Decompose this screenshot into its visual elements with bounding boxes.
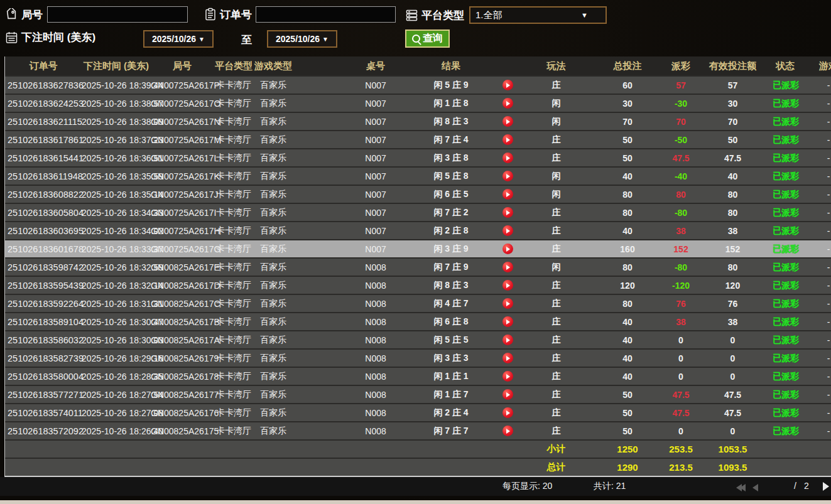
cell-valid-bet: 47.5 [693,408,773,418]
replay-play-icon[interactable] [502,171,513,181]
cell-round: GN00825A2617B [151,317,214,327]
subtotal-payout: 253.5 [669,444,693,454]
cell-total-bet: 40 [586,317,669,327]
cell-time: 2025-10-26 18:27:54 [82,390,151,400]
table-row[interactable]: 2510261836278362025-10-26 18:39:44GN0072… [5,75,831,94]
cell-payout: 0 [669,353,693,363]
cell-time: 2025-10-26 18:31:31 [82,299,151,309]
table-row[interactable]: 2510261835922642025-10-26 18:31:31GN0082… [5,294,831,312]
cell-order: 251026183611948 [5,171,82,181]
cell-payout: 38 [669,226,693,236]
table-row[interactable]: 2510261836242532025-10-26 18:38:57GN0072… [5,94,831,112]
replay-play-icon[interactable] [502,298,513,309]
table-row[interactable]: 2510261836058042025-10-26 18:34:33GN0072… [5,203,831,221]
replay-play-icon[interactable] [502,389,513,400]
cell-game: - [798,299,831,309]
date-to-select[interactable]: 2025/10/26▼ [267,30,337,48]
grand-total-valid-bet: 1093.5 [693,462,773,473]
table-row[interactable]: 2510261836088222025-10-26 18:35:14GN0072… [5,185,831,203]
replay-play-icon[interactable] [502,335,513,345]
search-icon [412,35,420,43]
replay-play-icon[interactable] [502,244,513,254]
replay-play-icon[interactable] [502,80,513,90]
replay-play-icon[interactable] [502,280,513,291]
table-row[interactable]: 2510261836178612025-10-26 18:37:23GN0072… [5,130,831,148]
cell-replay [489,316,526,327]
table-row[interactable]: 2510261836154412025-10-26 18:36:51GN0072… [5,148,831,166]
replay-play-icon[interactable] [502,134,513,145]
table-row[interactable]: 2510261835891042025-10-26 18:30:47GN0082… [5,312,831,330]
platform-type-select[interactable]: 1.全部 ▼ [469,6,607,24]
cell-result: 闲 3 庄 8 [413,153,489,164]
cell-table-no: N008 [338,281,413,291]
cell-game: - [798,135,831,145]
table-row[interactable]: 2510261835954392025-10-26 18:32:14GN0082… [5,276,831,294]
cell-order: 251026183595439 [5,281,82,291]
prev-page-icon[interactable] [752,483,758,494]
cell-total-bet: 50 [586,135,669,145]
replay-play-icon[interactable] [502,426,513,436]
cell-order: 251026183574011 [5,408,82,418]
cell-table-no: N008 [338,335,413,345]
cell-payout: 57 [669,80,693,90]
table-row[interactable]: 2510261835720922025-10-26 18:26:40GN0082… [5,421,831,439]
replay-play-icon[interactable] [502,225,513,236]
status-badge: 已派彩 [773,316,798,328]
replay-play-icon[interactable] [502,153,513,163]
table-row[interactable]: 2510261836036952025-10-26 18:34:02GN0072… [5,221,831,239]
replay-play-icon[interactable] [502,316,513,327]
cell-table-no: N008 [338,299,413,309]
replay-play-icon[interactable] [502,98,513,109]
cell-total-bet: 50 [586,153,669,163]
status-badge: 已派彩 [773,298,798,309]
replay-play-icon[interactable] [502,207,513,218]
platform-type-label: 平台类型 [421,8,464,23]
cell-total-bet: 70 [586,117,669,127]
replay-play-icon[interactable] [502,353,513,363]
grand-total-total-bet: 1290 [586,462,669,473]
cell-game: - [798,99,831,109]
first-page-icon[interactable] [736,483,746,494]
replay-play-icon[interactable] [502,407,513,418]
replay-play-icon[interactable] [502,189,513,200]
search-button-label: 查询 [423,32,443,45]
cell-valid-bet: 120 [693,281,773,291]
table-row[interactable]: 2510261836119482025-10-26 18:35:59GN0072… [5,166,831,185]
cell-valid-bet: 38 [693,317,773,327]
table-row[interactable]: 2510261836016782025-10-26 18:33:37GN0072… [5,239,831,257]
round-no-input[interactable] [47,6,188,23]
cell-table-no: N007 [338,226,413,236]
filter-bar: 局号 订单号 平台类型 [0,0,831,56]
cell-table-no: N008 [338,390,413,400]
clipboard-icon [204,8,217,21]
grand-total-payout: 213.5 [669,462,693,473]
cell-replay [489,298,526,309]
cell-game-type: 百家乐 [254,207,293,218]
cell-game: - [798,353,831,363]
table-row[interactable]: 2510261835772712025-10-26 18:27:54GN0082… [5,385,831,403]
cell-play: 庄 [526,225,586,237]
replay-play-icon[interactable] [502,116,513,127]
table-row[interactable]: 2510261835800042025-10-26 18:28:35GN0082… [5,367,831,385]
cell-result: 闲 5 庄 5 [413,335,489,346]
order-no-input[interactable] [256,6,396,23]
cell-valid-bet: 30 [693,99,773,109]
cell-replay [489,98,526,109]
cell-time: 2025-10-26 18:30:47 [82,317,151,327]
cell-replay [489,116,526,127]
search-button[interactable]: 查询 [405,29,450,48]
cell-round: GN00825A26176 [151,408,214,418]
date-from-select[interactable]: 2025/10/26▼ [143,30,214,48]
replay-play-icon[interactable] [502,262,513,272]
replay-play-icon[interactable] [502,371,513,382]
cell-play: 庄 [526,335,586,346]
cell-game-type: 百家乐 [254,280,293,291]
table-row[interactable]: 2510261836211152025-10-26 18:38:09GN0072… [5,112,831,130]
table-row[interactable]: 2510261835987422025-10-26 18:32:59GN0082… [5,257,831,276]
table-row[interactable]: 2510261835740112025-10-26 18:27:08GN0082… [5,403,831,421]
cell-order: 251026183598742 [5,262,82,272]
cell-replay [489,207,526,218]
table-row[interactable]: 2510261835827392025-10-26 18:29:16GN0082… [5,348,831,367]
table-row[interactable]: 2510261835860322025-10-26 18:30:03GN0082… [5,330,831,348]
next-page-icon[interactable] [823,482,829,493]
